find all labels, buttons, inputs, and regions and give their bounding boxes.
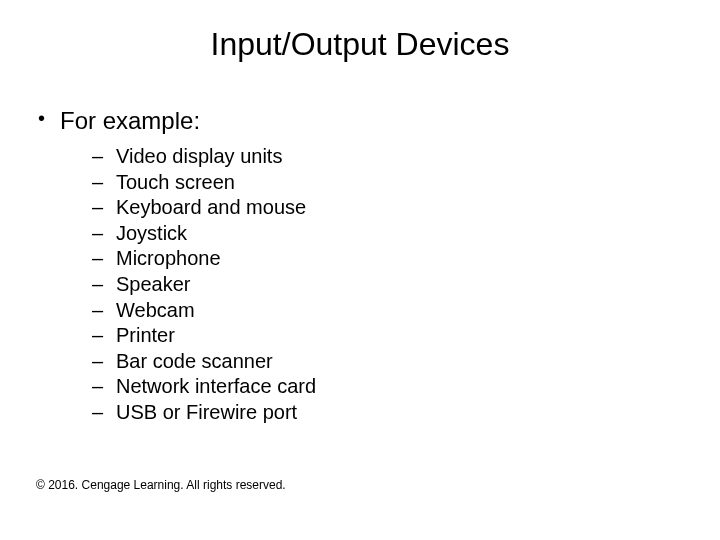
slide: Input/Output Devices For example: Video … (0, 0, 720, 540)
list-item: Microphone (60, 246, 684, 272)
bullet-list-level2: Video display units Touch screen Keyboar… (60, 144, 684, 426)
list-item: Webcam (60, 298, 684, 324)
item-text: Touch screen (116, 171, 235, 193)
item-text: Video display units (116, 145, 282, 167)
item-text: Keyboard and mouse (116, 196, 306, 218)
list-item: Network interface card (60, 374, 684, 400)
lead-text: For example: (60, 107, 200, 134)
slide-title: Input/Output Devices (0, 26, 720, 63)
item-text: USB or Firewire port (116, 401, 297, 423)
list-item: Bar code scanner (60, 349, 684, 375)
item-text: Printer (116, 324, 175, 346)
item-text: Joystick (116, 222, 187, 244)
item-text: Network interface card (116, 375, 316, 397)
list-item: Touch screen (60, 170, 684, 196)
copyright-footer: © 2016. Cengage Learning. All rights res… (36, 478, 286, 492)
list-item: Keyboard and mouse (60, 195, 684, 221)
list-item: For example: Video display units Touch s… (36, 106, 684, 426)
list-item: Joystick (60, 221, 684, 247)
item-text: Bar code scanner (116, 350, 273, 372)
item-text: Webcam (116, 299, 195, 321)
list-item: Video display units (60, 144, 684, 170)
list-item: Speaker (60, 272, 684, 298)
list-item: Printer (60, 323, 684, 349)
slide-body: For example: Video display units Touch s… (36, 106, 684, 426)
item-text: Speaker (116, 273, 191, 295)
item-text: Microphone (116, 247, 221, 269)
bullet-list-level1: For example: Video display units Touch s… (36, 106, 684, 426)
list-item: USB or Firewire port (60, 400, 684, 426)
